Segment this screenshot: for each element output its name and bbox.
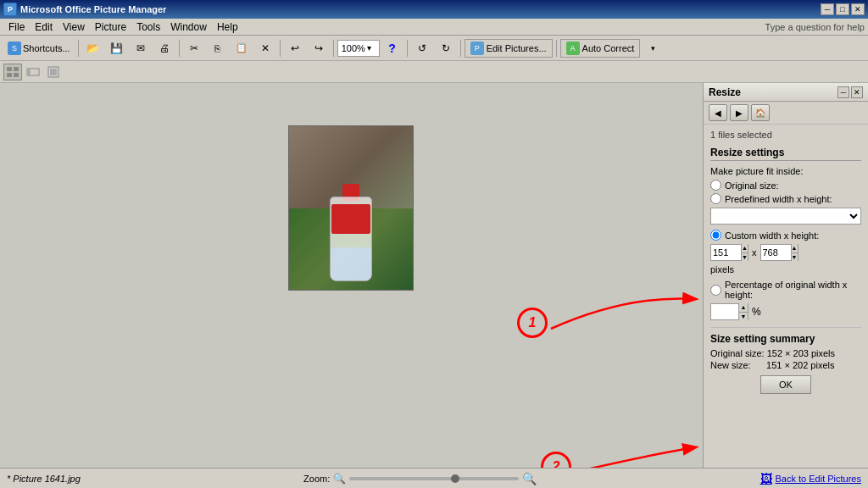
radio-percentage-label: Percentage of original width x height: xyxy=(725,280,861,300)
menu-file[interactable]: File xyxy=(3,19,30,35)
paste-icon: 📋 xyxy=(235,42,248,55)
predefined-dropdown[interactable] xyxy=(710,208,861,225)
email-icon: ✉ xyxy=(134,42,147,55)
single-view-button[interactable] xyxy=(44,64,63,80)
x-separator: x xyxy=(752,247,757,258)
height-input[interactable] xyxy=(761,245,791,260)
radio-custom[interactable]: Custom width x height: xyxy=(710,230,861,241)
pct-up-button[interactable]: ▲ xyxy=(739,303,748,313)
zoom-help-button[interactable]: ? xyxy=(381,38,403,58)
nav-home-button[interactable]: 🏠 xyxy=(751,104,770,121)
radio-group-resize: Original size: Predefined width x height… xyxy=(710,180,861,204)
zoom-box[interactable]: 100% ▾ xyxy=(337,40,380,57)
image-placeholder xyxy=(289,126,413,290)
main-toolbar: S Shortcuts... 📂 💾 ✉ 🖨 ✂ ⎘ 📋 ✕ ↩ ↪ 100% … xyxy=(0,36,868,61)
cut-icon: ✂ xyxy=(187,42,201,55)
width-up-button[interactable]: ▲ xyxy=(742,244,748,253)
back-to-edit-link[interactable]: 🖼 Back to Edit Pictures xyxy=(760,472,862,485)
delete-button[interactable]: ✕ xyxy=(254,38,276,58)
pct-input-field[interactable] xyxy=(711,307,738,317)
zoom-slider[interactable] xyxy=(349,477,519,480)
copy-icon: ⎘ xyxy=(211,42,225,55)
svg-rect-5 xyxy=(27,69,31,75)
toolbar-separator-1 xyxy=(78,40,79,57)
radio-original-size-input[interactable] xyxy=(710,180,721,191)
copy-button[interactable]: ⎘ xyxy=(207,38,229,58)
back-icon: 🖼 xyxy=(760,472,772,485)
original-size-value: 152 × 203 pixels xyxy=(767,348,835,358)
radio-percentage-input[interactable] xyxy=(710,285,721,296)
menu-help[interactable]: Help xyxy=(212,19,243,35)
bottle-label xyxy=(331,204,370,234)
nav-back-button[interactable]: ◀ xyxy=(709,104,727,121)
radio-original-size[interactable]: Original size: xyxy=(710,180,861,191)
autocorrect-button[interactable]: A Auto Correct xyxy=(560,39,641,58)
restore-button[interactable]: □ xyxy=(836,3,849,15)
resize-panel: Resize ─ ✕ ◀ ▶ 🏠 1 files selected Resize… xyxy=(703,83,868,468)
menu-window[interactable]: Window xyxy=(165,19,212,35)
rotate-right-button[interactable]: ↻ xyxy=(435,38,457,58)
filmstrip-view-button[interactable] xyxy=(24,64,42,80)
menu-edit[interactable]: Edit xyxy=(30,19,58,35)
make-fit-label: Make picture fit inside: xyxy=(710,166,861,176)
rotate-left-button[interactable]: ↺ xyxy=(411,38,433,58)
print-button[interactable]: 🖨 xyxy=(153,38,175,58)
close-button[interactable]: ✕ xyxy=(851,3,865,15)
minimize-button[interactable]: ─ xyxy=(821,3,834,15)
width-input[interactable] xyxy=(711,245,741,260)
window-controls[interactable]: ─ □ ✕ xyxy=(821,3,865,15)
ok-button[interactable]: OK xyxy=(760,375,811,394)
custom-size-row: ▲ ▼ x ▲ ▼ xyxy=(710,244,861,261)
panel-header: Resize ─ ✕ xyxy=(704,83,868,102)
zoom-thumb[interactable] xyxy=(451,474,459,483)
open-icon: 📂 xyxy=(86,42,100,55)
height-up-button[interactable]: ▲ xyxy=(792,244,798,253)
print-icon: 🖨 xyxy=(158,42,171,55)
new-size-value: 151 × 202 pixels xyxy=(766,360,834,370)
zoom-help-icon: ? xyxy=(386,42,399,55)
pct-symbol: % xyxy=(752,306,761,318)
undo-button[interactable]: ↩ xyxy=(284,38,306,58)
toolbar-separator-4 xyxy=(333,40,334,57)
paste-button[interactable]: 📋 xyxy=(231,38,253,58)
nav-forward-button[interactable]: ▶ xyxy=(730,104,748,121)
pct-down-button[interactable]: ▼ xyxy=(739,313,748,321)
zoom-out-icon[interactable]: 🔍 xyxy=(333,473,346,485)
width-down-button[interactable]: ▼ xyxy=(742,253,748,262)
pct-spinbox[interactable]: ▲ ▼ xyxy=(710,303,748,320)
filmstrip-icon xyxy=(26,66,40,78)
panel-close-button[interactable]: ✕ xyxy=(851,86,863,98)
svg-rect-1 xyxy=(14,67,19,71)
dropdown-button[interactable]: ▾ xyxy=(642,38,664,58)
radio-predefined-input[interactable] xyxy=(710,193,721,204)
menu-tools[interactable]: Tools xyxy=(131,19,165,35)
radio-custom-input[interactable] xyxy=(710,230,721,241)
redo-button[interactable]: ↪ xyxy=(308,38,330,58)
thumbnails-view-button[interactable] xyxy=(3,64,22,80)
percentage-row: ▲ ▼ % xyxy=(710,303,861,320)
new-size-row: New size: 151 × 202 pixels xyxy=(710,360,861,370)
height-down-button[interactable]: ▼ xyxy=(792,253,798,262)
width-spinbox[interactable]: ▲ ▼ xyxy=(710,244,748,261)
panel-minimize-button[interactable]: ─ xyxy=(837,86,849,98)
shortcuts-button[interactable]: S Shortcuts... xyxy=(3,38,75,58)
back-to-edit-label: Back to Edit Pictures xyxy=(776,474,862,484)
radio-original-size-label: Original size: xyxy=(725,180,779,191)
radio-percentage[interactable]: Percentage of original width x height: xyxy=(710,280,861,300)
annotation-circle-1: 1 xyxy=(517,308,548,338)
bottle-water xyxy=(331,247,371,280)
edit-pictures-button[interactable]: P Edit Pictures... xyxy=(465,39,553,58)
radio-predefined[interactable]: Predefined width x height: xyxy=(710,193,861,204)
summary-title: Size setting summary xyxy=(710,333,861,345)
cut-button[interactable]: ✂ xyxy=(183,38,205,58)
email-button[interactable]: ✉ xyxy=(130,38,152,58)
zoom-in-icon[interactable]: 🔍 xyxy=(522,472,537,485)
menu-picture[interactable]: Picture xyxy=(90,19,131,35)
toolbar-separator-2 xyxy=(179,40,180,57)
height-spinbox[interactable]: ▲ ▼ xyxy=(760,244,798,261)
original-size-row: Original size: 152 × 203 pixels xyxy=(710,348,861,358)
view-toolbar xyxy=(0,61,868,83)
save-button[interactable]: 💾 xyxy=(106,38,128,58)
menu-view[interactable]: View xyxy=(58,19,90,35)
open-button[interactable]: 📂 xyxy=(82,38,104,58)
